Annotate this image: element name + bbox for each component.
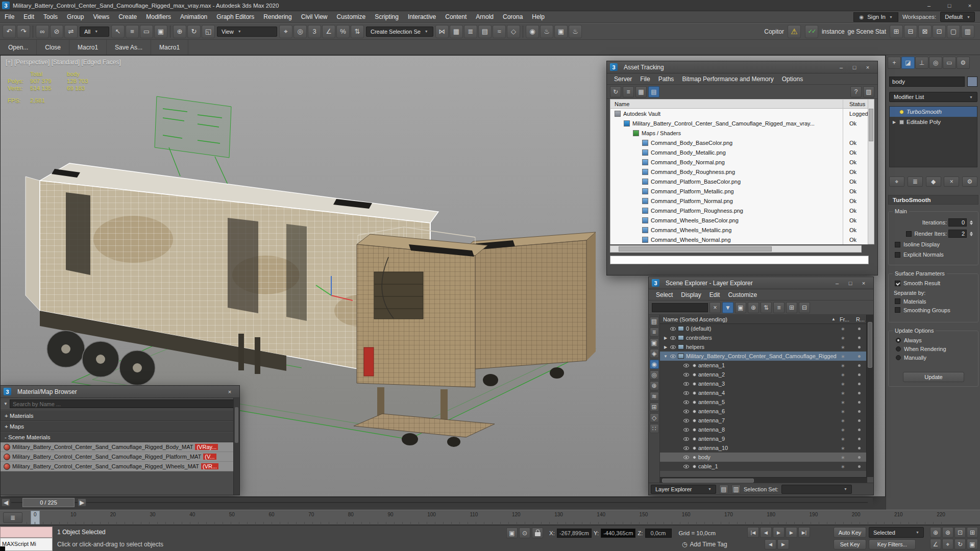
maximize-button[interactable]: □ bbox=[939, 0, 960, 11]
vertical-scrollbar[interactable] bbox=[868, 99, 874, 244]
hierarchy-mode-icon[interactable]: ≡ bbox=[773, 302, 785, 313]
configure-modifier-sets-icon[interactable]: ⚙ bbox=[962, 177, 977, 187]
iterations-field[interactable]: 0 bbox=[948, 218, 967, 227]
rendered-frame-icon[interactable]: ▣ bbox=[554, 25, 568, 38]
asset-row[interactable]: Command_Wheels_Normal.png Ok bbox=[610, 235, 868, 244]
checkbox-row[interactable]: Isoline Display bbox=[889, 239, 978, 249]
horizontal-scrollbar[interactable] bbox=[610, 245, 862, 253]
scene-stat-button[interactable]: ge Scene Stat bbox=[848, 28, 886, 35]
radio-row[interactable]: Always bbox=[889, 336, 978, 344]
macro-button[interactable]: Macro1 bbox=[151, 40, 188, 55]
isolate-selection-icon[interactable]: ▣ bbox=[506, 528, 518, 538]
visibility-eye-icon[interactable] bbox=[683, 428, 689, 432]
zoom-extents-icon[interactable]: ⊡ bbox=[954, 527, 966, 538]
asset-tracking-titlebar[interactable]: 3 Asset Tracking – □ × bbox=[607, 61, 877, 73]
render-setup-icon[interactable]: ♨ bbox=[540, 25, 553, 38]
make-unique-icon[interactable]: ◆ bbox=[926, 177, 941, 187]
curve-editor-icon[interactable]: ≈ bbox=[493, 25, 506, 38]
remove-modifier-icon[interactable]: × bbox=[944, 177, 959, 187]
maximize-button[interactable]: □ bbox=[848, 63, 861, 72]
scene-explorer-titlebar[interactable]: 3 Scene Explorer - Layer Explorer – □ × bbox=[649, 277, 873, 289]
material-row[interactable]: Military_Battery_Control_Center_Sand_Cam… bbox=[1, 442, 233, 452]
visibility-eye-icon[interactable] bbox=[683, 391, 689, 395]
scene-explorer-row[interactable]: antenna_3 ∗ bbox=[660, 379, 867, 388]
previous-frame-button[interactable]: ◀ bbox=[2, 498, 10, 507]
menu-item[interactable]: Options bbox=[778, 76, 807, 83]
visibility-eye-icon[interactable] bbox=[670, 355, 676, 358]
asset-row[interactable]: Command_Body_Metallic.png Ok bbox=[610, 147, 868, 157]
zoom-all-icon[interactable]: ⊛ bbox=[942, 527, 953, 538]
frozen-column-header[interactable]: Fr... bbox=[840, 316, 849, 322]
display-tab-icon[interactable]: ▭ bbox=[943, 57, 956, 69]
menu-item[interactable]: File bbox=[0, 11, 19, 22]
mirror-icon[interactable]: ⋈ bbox=[435, 25, 449, 38]
explorer-mode-dropdown[interactable]: Layer Explorer ▼ bbox=[651, 485, 716, 494]
frozen-state-icon[interactable]: ∗ bbox=[841, 464, 845, 469]
listener-resize-corner[interactable] bbox=[0, 546, 5, 551]
scene-explorer-row[interactable]: antenna_8 ∗ bbox=[660, 425, 867, 434]
macro-button[interactable]: Close bbox=[37, 40, 69, 55]
asset-row[interactable]: Military_Battery_Control_Center_Sand_Cam… bbox=[610, 118, 868, 128]
asset-row[interactable]: Command_Wheels_BaseColor.png Ok bbox=[610, 215, 868, 225]
display-xrefs-icon[interactable]: ◇ bbox=[650, 413, 659, 422]
expand-arrow[interactable]: ▶ bbox=[663, 336, 668, 340]
render-iters-checkbox[interactable] bbox=[906, 231, 912, 237]
renderable-state-icon[interactable] bbox=[858, 410, 861, 413]
scene-explorer-row[interactable]: antenna_7 ∗ bbox=[660, 416, 867, 425]
snap-toggle-icon[interactable]: 3 bbox=[308, 25, 321, 38]
minimize-button[interactable]: – bbox=[835, 63, 848, 72]
asset-row[interactable]: Command_Platform_Roughness.png Ok bbox=[610, 206, 868, 215]
hierarchy-tab-icon[interactable]: ⊥ bbox=[915, 57, 928, 69]
window-crossing-icon[interactable]: ▣ bbox=[154, 25, 167, 38]
align-icon[interactable]: ▦ bbox=[450, 25, 463, 38]
menu-item[interactable]: Scripting bbox=[370, 11, 403, 22]
close-button[interactable]: × bbox=[861, 63, 874, 72]
z-coordinate-field[interactable]: 0,0cm bbox=[645, 529, 672, 538]
scene-explorer-row[interactable]: ▼ Military_Battery_Control_Center_Sand_C… bbox=[660, 352, 867, 361]
renderable-state-icon[interactable] bbox=[858, 429, 861, 431]
asset-row[interactable]: Command_Platform_Normal.png Ok bbox=[610, 196, 868, 206]
track-bar-ruler[interactable]: 0102030405060708090100110120130140150160… bbox=[27, 510, 948, 525]
visibility-eye-icon[interactable] bbox=[683, 373, 689, 377]
next-frame-icon[interactable]: ▶ bbox=[786, 527, 797, 538]
scene-explorer-row[interactable]: ▶ controllers ∗ bbox=[660, 333, 867, 342]
offset-mode-icon[interactable]: ⊙ bbox=[519, 528, 530, 538]
instance-button[interactable]: instance bbox=[822, 28, 845, 35]
create-tab-icon[interactable]: + bbox=[888, 57, 901, 69]
renderable-state-icon[interactable] bbox=[858, 465, 861, 468]
menu-item[interactable]: Rendering bbox=[259, 11, 296, 22]
scene-explorer-row[interactable]: antenna_2 ∗ bbox=[660, 370, 867, 379]
frozen-state-icon[interactable]: ∗ bbox=[841, 354, 845, 359]
close-button[interactable]: × bbox=[223, 387, 236, 396]
redo-icon[interactable]: ↷ bbox=[17, 25, 30, 38]
named-selection-dropdown[interactable]: Create Selection Se ▼ bbox=[366, 27, 433, 37]
radio-row[interactable]: Manually bbox=[889, 353, 978, 362]
motion-tab-icon[interactable]: ◎ bbox=[929, 57, 942, 69]
scene-explorer-row[interactable]: cable_1 ∗ bbox=[660, 462, 867, 471]
material-group-header[interactable]: - Scene Materials bbox=[1, 432, 233, 442]
frozen-state-icon[interactable]: ∗ bbox=[841, 399, 845, 405]
renderable-state-icon[interactable] bbox=[858, 456, 861, 459]
maximize-button[interactable]: □ bbox=[844, 279, 857, 288]
maxscript-mini-listener-macro[interactable] bbox=[0, 527, 53, 538]
frozen-state-icon[interactable]: ∗ bbox=[841, 409, 845, 414]
zoom-icon[interactable]: ⊕ bbox=[930, 527, 941, 538]
filter-icon[interactable]: ▼ bbox=[722, 302, 733, 313]
select-scale-icon[interactable]: ◱ bbox=[202, 25, 215, 38]
visibility-eye-icon[interactable] bbox=[683, 456, 689, 459]
name-column-header[interactable]: Name (Sorted Ascending) bbox=[660, 316, 727, 322]
expand-all-icon[interactable]: ⊞ bbox=[786, 302, 797, 313]
renderable-state-icon[interactable] bbox=[858, 364, 861, 367]
sort-by-layer-icon[interactable]: ▤ bbox=[650, 317, 659, 326]
clear-search-icon[interactable]: × bbox=[709, 302, 721, 313]
menu-item[interactable]: Select bbox=[652, 291, 677, 298]
selection-set-mode-dropdown[interactable]: Selected ▼ bbox=[869, 527, 924, 538]
select-place-icon[interactable]: ⌖ bbox=[279, 25, 292, 38]
renderable-state-icon[interactable] bbox=[858, 392, 861, 394]
material-editor-icon[interactable]: ◉ bbox=[526, 25, 539, 38]
scene-explorer-row[interactable]: antenna_1 ∗ bbox=[660, 361, 867, 370]
visibility-eye-icon[interactable] bbox=[683, 400, 689, 404]
macro-button[interactable]: Save As... bbox=[107, 40, 151, 55]
frozen-state-icon[interactable]: ∗ bbox=[841, 381, 845, 387]
asset-table-header[interactable]: Name Status bbox=[610, 99, 869, 109]
